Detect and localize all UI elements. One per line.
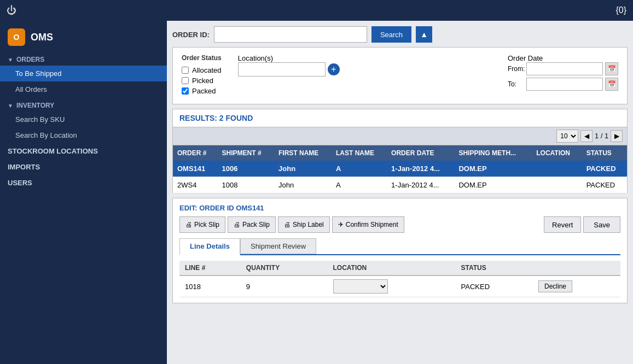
brand-label: OMS: [31, 32, 53, 43]
content-area: ORDER ID: Search ▲ Order Status Allocate…: [167, 21, 633, 364]
pick-slip-label: Pick Slip: [194, 221, 219, 228]
location-input-row: +: [238, 62, 491, 77]
add-location-button[interactable]: +: [328, 63, 340, 75]
main-layout: O OMS ▼ ORDERS To Be Shipped All Orders …: [0, 21, 633, 364]
orders-arrow: ▼: [8, 57, 13, 63]
line-col-qty: QUANTITY: [241, 261, 328, 275]
from-date-input[interactable]: [526, 62, 603, 75]
line-header-row: LINE # QUANTITY LOCATION STATUS: [179, 261, 620, 275]
location-input[interactable]: [238, 62, 326, 77]
order-status-label: Order Status: [182, 54, 222, 62]
edit-actions: 🖨 Pick Slip 🖨 Pack Slip 🖨 Ship Label ✈ C…: [179, 216, 620, 233]
section-orders-label: ORDERS: [16, 56, 44, 63]
line-col-location: LOCATION: [328, 261, 456, 275]
sidebar-item-all-orders[interactable]: All Orders: [0, 81, 167, 97]
search-arrow-button[interactable]: ▲: [416, 26, 432, 43]
col-order: ORDER #: [173, 145, 218, 161]
edit-panel: EDIT: ORDER ID OMS141 🖨 Pick Slip 🖨 Pack…: [172, 198, 628, 303]
order-date-label: Order Date: [508, 54, 543, 62]
pack-slip-icon: 🖨: [234, 221, 240, 228]
order-id-input[interactable]: [214, 26, 367, 43]
status-allocated-row: Allocated: [182, 66, 222, 74]
revert-button[interactable]: Revert: [544, 216, 581, 233]
tab-shipment-review[interactable]: Shipment Review: [240, 238, 316, 254]
status-packed-checkbox[interactable]: [182, 87, 189, 95]
col-orderdate: ORDER DATE: [387, 145, 454, 161]
results-header: RESULTS: 2 FOUND: [172, 109, 628, 127]
edit-prefix: EDIT:: [179, 204, 198, 212]
line-col-action: [533, 261, 620, 275]
to-calendar-button[interactable]: 📅: [605, 78, 618, 91]
confirm-shipment-icon: ✈: [338, 221, 344, 228]
results-table: ORDER # SHIPMENT # FIRST NAME LAST NAME …: [172, 145, 628, 193]
power-icon[interactable]: ⏻: [7, 5, 16, 16]
status-picked-row: Picked: [182, 77, 222, 85]
from-date-row: From: 📅: [508, 62, 618, 75]
status-allocated-label: Allocated: [192, 66, 221, 74]
results-label: RESULTS:: [179, 114, 217, 122]
line-location-select[interactable]: [333, 279, 388, 293]
section-inventory-label: INVENTORY: [16, 102, 54, 109]
status-picked-checkbox[interactable]: [182, 77, 189, 84]
confirm-shipment-button[interactable]: ✈ Confirm Shipment: [332, 216, 404, 233]
page-total: 1: [605, 132, 608, 140]
col-lastname: LAST NAME: [332, 145, 387, 161]
save-button[interactable]: Save: [583, 216, 620, 233]
decline-button[interactable]: Decline: [538, 280, 572, 292]
status-allocated-checkbox[interactable]: [182, 67, 189, 74]
sidebar-item-search-by-sku[interactable]: Search By SKU: [0, 111, 167, 127]
sidebar: O OMS ▼ ORDERS To Be Shipped All Orders …: [0, 21, 167, 364]
edit-title: EDIT: ORDER ID OMS141: [179, 204, 620, 212]
table-row[interactable]: OMS1411006JohnA1-Jan-2012 4...DOM.EPPACK…: [173, 161, 628, 177]
locations-label: Location(s): [238, 54, 273, 62]
next-page-button[interactable]: ▶: [611, 130, 623, 142]
sidebar-item-to-be-shipped[interactable]: To Be Shipped: [0, 66, 167, 81]
line-table: LINE # QUANTITY LOCATION STATUS 10189PAC…: [179, 261, 620, 297]
pick-slip-icon: 🖨: [185, 221, 192, 228]
section-orders[interactable]: ▼ ORDERS: [0, 51, 167, 66]
pack-slip-button[interactable]: 🖨 Pack Slip: [228, 216, 276, 233]
col-shipping: SHIPPING METH...: [454, 145, 532, 161]
sidebar-item-stockroom[interactable]: STOCKROOM LOCATIONS: [0, 143, 167, 159]
col-shipment: SHIPMENT #: [218, 145, 274, 161]
from-label: From:: [508, 65, 524, 73]
page-current: 1: [595, 132, 599, 140]
pick-slip-button[interactable]: 🖨 Pick Slip: [179, 216, 225, 233]
order-id-label: ORDER ID:: [172, 31, 210, 39]
to-date-row: To: 📅: [508, 78, 618, 91]
pack-slip-label: Pack Slip: [242, 221, 270, 228]
table-row[interactable]: 2WS41008JohnA1-Jan-2012 4...DOM.EPPACKED: [173, 177, 628, 193]
search-button[interactable]: Search: [371, 26, 411, 43]
status-packed-label: Packed: [192, 87, 216, 95]
pagination-bar: 10 25 50 ◀ 1 / 1 ▶: [172, 127, 628, 145]
from-calendar-button[interactable]: 📅: [605, 62, 618, 75]
to-date-input[interactable]: [526, 78, 603, 91]
status-picked-label: Picked: [192, 77, 213, 85]
prev-page-button[interactable]: ◀: [580, 130, 593, 142]
search-bar: ORDER ID: Search ▲: [172, 26, 628, 43]
sidebar-item-imports[interactable]: IMPORTS: [0, 159, 167, 175]
tab-line-details[interactable]: Line Details: [179, 238, 240, 255]
order-date-filter: Order Date From: 📅 To: 📅: [508, 54, 618, 93]
col-location: LOCATION: [532, 145, 582, 161]
status-packed-row: Packed: [182, 87, 222, 95]
filter-panel: Order Status Allocated Picked Packed Loc…: [172, 47, 628, 104]
ship-label-button[interactable]: 🖨 Ship Label: [278, 216, 330, 233]
section-inventory[interactable]: ▼ INVENTORY: [0, 97, 167, 111]
page-size-select[interactable]: 10 25 50: [556, 130, 578, 143]
col-status: STATUS: [582, 145, 628, 161]
confirm-shipment-label: Confirm Shipment: [346, 221, 398, 228]
to-label: To:: [508, 80, 524, 88]
sidebar-item-users[interactable]: USERS: [0, 175, 167, 191]
brand: O OMS: [0, 23, 167, 51]
page-separator: /: [601, 132, 602, 140]
edit-order-label: ORDER ID OMS141: [199, 204, 264, 212]
table-header-row: ORDER # SHIPMENT # FIRST NAME LAST NAME …: [173, 145, 628, 161]
line-col-line: LINE #: [179, 261, 241, 275]
sidebar-item-search-by-location[interactable]: Search By Location: [0, 127, 167, 143]
col-firstname: FIRST NAME: [274, 145, 332, 161]
line-row: 10189PACKEDDecline: [179, 275, 620, 297]
tab-bar: Line Details Shipment Review: [179, 238, 620, 255]
ship-label-label: Ship Label: [293, 221, 324, 228]
order-status-filter: Order Status Allocated Picked Packed: [182, 54, 222, 97]
